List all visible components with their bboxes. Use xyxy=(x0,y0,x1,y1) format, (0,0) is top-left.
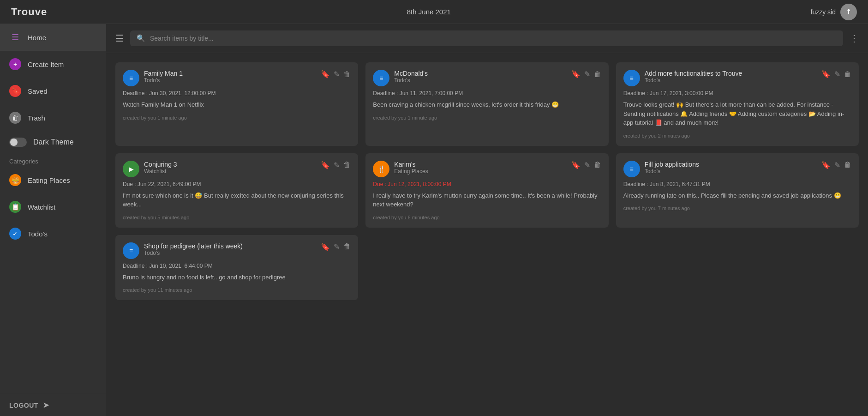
card-title: Shop for pedigree (later this week) xyxy=(144,242,316,250)
bookmark-icon[interactable]: 🔖 xyxy=(321,242,330,251)
avatar[interactable]: f xyxy=(840,4,857,20)
card-category: Watchlist xyxy=(144,168,316,175)
card-actions: 🔖 ✎ 🗑 xyxy=(321,161,351,169)
bookmark-icon[interactable]: 🔖 xyxy=(571,70,581,78)
card-header: ≡ Add more functionalities to Trouve Tod… xyxy=(623,70,851,86)
topbar-date: 8th June 2021 xyxy=(407,8,451,16)
card-title-block: Karim's Eating Places xyxy=(394,161,566,175)
card-title-block: Add more functionalities to Trouve Todo'… xyxy=(645,70,817,84)
delete-icon[interactable]: 🗑 xyxy=(844,161,851,169)
bookmark-icon[interactable]: 🔖 xyxy=(321,70,330,78)
card-deadline: Deadline : Jun 30, 2021, 12:00:00 PM xyxy=(123,90,351,96)
delete-icon[interactable]: 🗑 xyxy=(594,70,601,78)
edit-icon[interactable]: ✎ xyxy=(834,161,840,169)
sidebar-label-saved: Saved xyxy=(28,87,48,95)
card-category: Todo's xyxy=(394,77,566,84)
cards-area: ≡ Family Man 1 Todo's 🔖 ✎ 🗑 Deadline : J… xyxy=(106,53,868,416)
card-body: Trouve looks great! 🙌 But there's a lot … xyxy=(623,100,851,127)
bookmark-icon[interactable]: 🔖 xyxy=(821,161,831,169)
delete-icon[interactable]: 🗑 xyxy=(343,242,351,251)
search-input[interactable] xyxy=(150,35,837,42)
card-actions: 🔖 ✎ 🗑 xyxy=(321,242,351,251)
delete-icon[interactable]: 🗑 xyxy=(343,70,351,78)
card-deadline: Deadline : Jun 11, 2021, 7:00:00 PM xyxy=(373,90,601,96)
delete-icon[interactable]: 🗑 xyxy=(844,70,851,78)
logout-button[interactable]: LOGOUT ➤ xyxy=(0,394,106,416)
edit-icon[interactable]: ✎ xyxy=(334,70,340,78)
card-footer: created by you 11 minutes ago xyxy=(123,287,351,293)
sort-icon[interactable]: ☰ xyxy=(115,33,124,44)
sidebar-label-trash: Trash xyxy=(28,114,45,122)
bookmark-icon[interactable]: 🔖 xyxy=(821,70,831,78)
card-actions: 🔖 ✎ 🗑 xyxy=(571,161,601,169)
card-title: McDonald's xyxy=(394,70,566,77)
card-title: Fill job applications xyxy=(645,161,817,168)
dark-theme-toggle[interactable] xyxy=(9,138,27,147)
card-avatar: 🍴 xyxy=(373,161,389,177)
card-footer: created by you 6 minutes ago xyxy=(373,215,601,220)
card-category: Todo's xyxy=(645,168,817,175)
edit-icon[interactable]: ✎ xyxy=(584,70,590,78)
card-item: ≡ Fill job applications Todo's 🔖 ✎ 🗑 Dea… xyxy=(616,153,859,228)
card-body: Bruno is hungry and no food is left.. go… xyxy=(123,273,351,282)
edit-icon[interactable]: ✎ xyxy=(334,242,340,251)
filter-icon[interactable]: ⋮ xyxy=(850,33,859,44)
user-name: fuzzy sid xyxy=(811,8,836,16)
card-item: ≡ Add more functionalities to Trouve Tod… xyxy=(616,62,859,146)
edit-icon[interactable]: ✎ xyxy=(834,70,840,78)
card-title-block: Family Man 1 Todo's xyxy=(144,70,316,84)
card-item: ≡ McDonald's Todo's 🔖 ✎ 🗑 Deadline : Jun… xyxy=(365,62,608,146)
card-actions: 🔖 ✎ 🗑 xyxy=(821,70,851,78)
card-body: I'm not sure which one is it 😅 But reall… xyxy=(123,191,351,209)
card-footer: created by you 7 minutes ago xyxy=(623,205,851,211)
sidebar-item-home[interactable]: ☰ Home xyxy=(0,24,106,51)
app-logo: Trouve xyxy=(11,6,47,18)
card-title: Add more functionalities to Trouve xyxy=(645,70,817,77)
bookmark-icon[interactable]: 🔖 xyxy=(321,161,330,169)
card-deadline: Deadline : Jun 10, 2021, 6:44:00 PM xyxy=(123,263,351,269)
delete-icon[interactable]: 🗑 xyxy=(343,161,351,169)
card-title: Karim's xyxy=(394,161,566,168)
card-item: ≡ Family Man 1 Todo's 🔖 ✎ 🗑 Deadline : J… xyxy=(115,62,358,146)
card-title-block: Conjuring 3 Watchlist xyxy=(144,161,316,175)
card-header: ≡ Family Man 1 Todo's 🔖 ✎ 🗑 xyxy=(123,70,351,86)
card-item: 🍴 Karim's Eating Places 🔖 ✎ 🗑 Due : Jun … xyxy=(365,153,608,228)
categories-label: Categories xyxy=(0,153,106,167)
sidebar-item-trash[interactable]: 🗑 Trash xyxy=(0,104,106,131)
card-body: Already running late on this.. Please fi… xyxy=(623,191,851,200)
content-header: ☰ 🔍 ⋮ xyxy=(106,24,868,53)
card-category: Todo's xyxy=(144,250,316,256)
sidebar-item-saved[interactable]: 🔖 Saved xyxy=(0,78,106,104)
sidebar-item-todos[interactable]: ✓ Todo's xyxy=(0,220,106,247)
card-deadline: Due : Jun 12, 2021, 8:00:00 PM xyxy=(373,181,601,187)
card-avatar: ≡ xyxy=(623,161,640,177)
delete-icon[interactable]: 🗑 xyxy=(594,161,601,169)
card-deadline: Due : Jun 22, 2021, 6:49:00 PM xyxy=(123,181,351,187)
card-category: Todo's xyxy=(144,77,316,84)
card-header: ▶ Conjuring 3 Watchlist 🔖 ✎ 🗑 xyxy=(123,161,351,177)
sidebar-label-todos: Todo's xyxy=(28,230,48,238)
topbar-user: fuzzy sid f xyxy=(811,4,857,20)
bookmark-icon[interactable]: 🔖 xyxy=(571,161,581,169)
card-title-block: Fill job applications Todo's xyxy=(645,161,817,175)
dark-theme-label: Dark Theme xyxy=(33,138,74,146)
sidebar-item-watchlist[interactable]: 📋 Watchlist xyxy=(0,193,106,220)
edit-icon[interactable]: ✎ xyxy=(334,161,340,169)
card-avatar: ≡ xyxy=(623,70,640,86)
card-header: ≡ McDonald's Todo's 🔖 ✎ 🗑 xyxy=(373,70,601,86)
home-icon: ☰ xyxy=(9,31,21,43)
card-title-block: Shop for pedigree (later this week) Todo… xyxy=(144,242,316,256)
card-title: Conjuring 3 xyxy=(144,161,316,168)
edit-icon[interactable]: ✎ xyxy=(584,161,590,169)
card-category: Eating Places xyxy=(394,168,566,175)
card-title-block: McDonald's Todo's xyxy=(394,70,566,84)
dark-theme-row: Dark Theme xyxy=(0,131,106,153)
logout-label: LOGOUT xyxy=(9,402,38,409)
card-title: Family Man 1 xyxy=(144,70,316,77)
card-deadline: Deadline : Jun 8, 2021, 6:47:31 PM xyxy=(623,181,851,187)
sidebar-item-create[interactable]: + Create Item xyxy=(0,51,106,78)
card-avatar: ≡ xyxy=(373,70,389,86)
card-category: Todo's xyxy=(645,77,817,84)
content: ☰ 🔍 ⋮ ≡ Family Man 1 Todo's 🔖 ✎ 🗑 Deadli… xyxy=(106,24,868,416)
sidebar-item-eating[interactable]: 🍔 Eating Places xyxy=(0,167,106,193)
